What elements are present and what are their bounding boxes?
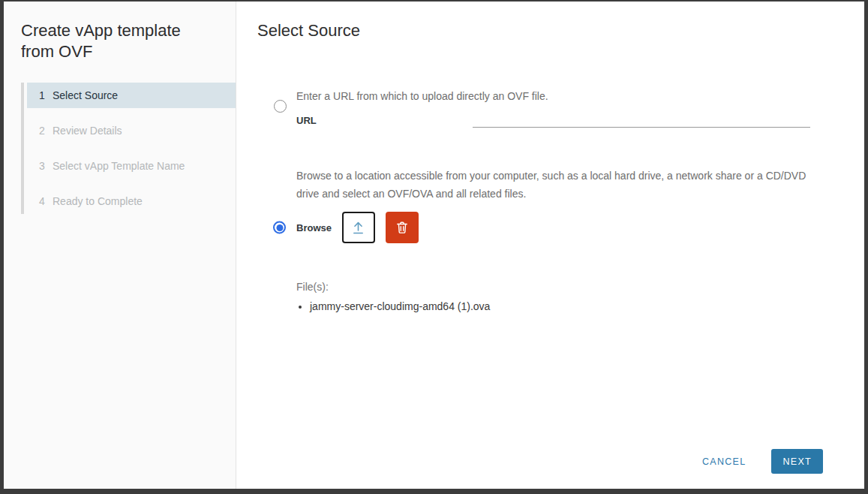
next-button[interactable]: NEXT xyxy=(771,449,823,474)
wizard-steps: 1 Select Source 2 Review Details 3 Selec… xyxy=(21,83,236,214)
url-label: URL xyxy=(296,115,473,128)
url-input[interactable] xyxy=(473,111,810,128)
select-source-panel: Select Source Enter a URL from which to … xyxy=(236,2,864,489)
step-select-vapp-template-name[interactable]: 3 Select vApp Template Name xyxy=(27,153,236,179)
page-title: Select Source xyxy=(257,21,810,41)
browse-option-description: Browse to a location accessible from you… xyxy=(296,167,810,203)
step-number: 3 xyxy=(39,160,53,172)
step-label: Select Source xyxy=(53,89,118,101)
files-label: File(s): xyxy=(296,281,810,293)
upload-icon xyxy=(350,220,366,236)
files-section: File(s): jammy-server-cloudimg-amd64 (1)… xyxy=(296,281,810,312)
step-review-details[interactable]: 2 Review Details xyxy=(27,118,236,143)
url-radio[interactable] xyxy=(274,100,287,113)
step-ready-to-complete[interactable]: 4 Ready to Complete xyxy=(27,188,236,214)
url-option-description: Enter a URL from which to upload directl… xyxy=(296,87,810,105)
files-list: jammy-server-cloudimg-amd64 (1).ova xyxy=(310,300,810,312)
browse-option: Browse to a location accessible from you… xyxy=(257,167,810,312)
wizard-footer: CANCEL NEXT xyxy=(699,449,823,474)
upload-button[interactable] xyxy=(342,212,375,243)
wizard-title: Create vApp template from OVF xyxy=(21,20,205,62)
delete-button[interactable] xyxy=(386,212,419,243)
file-list-item: jammy-server-cloudimg-amd64 (1).ova xyxy=(310,300,810,312)
url-option: Enter a URL from which to upload directl… xyxy=(257,87,810,128)
browse-label: Browse xyxy=(296,222,332,233)
step-number: 1 xyxy=(39,89,53,101)
browse-radio[interactable] xyxy=(273,221,286,234)
step-select-source[interactable]: 1 Select Source xyxy=(27,83,236,108)
create-vapp-template-dialog: Create vApp template from OVF 1 Select S… xyxy=(4,2,864,489)
step-label: Select vApp Template Name xyxy=(53,160,185,172)
wizard-sidebar: Create vApp template from OVF 1 Select S… xyxy=(4,2,236,489)
step-label: Ready to Complete xyxy=(53,195,143,207)
step-number: 2 xyxy=(39,125,53,137)
cancel-button[interactable]: CANCEL xyxy=(699,450,749,473)
trash-icon xyxy=(395,220,410,235)
step-label: Review Details xyxy=(53,125,122,137)
step-number: 4 xyxy=(39,195,53,207)
